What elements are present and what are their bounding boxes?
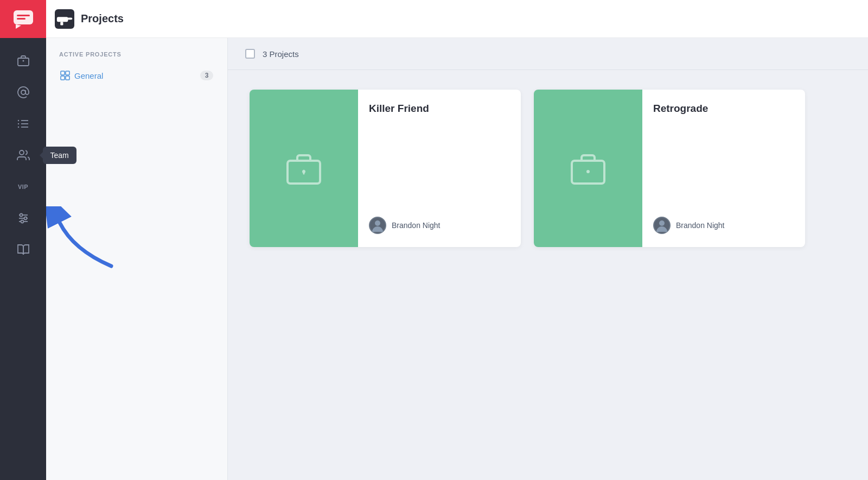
card-author-2: Brandon Night bbox=[653, 217, 794, 234]
sidebar-item-team[interactable]: Team bbox=[9, 141, 37, 169]
category-left: General bbox=[60, 71, 103, 80]
card-info-1: Killer Friend Brandon Night bbox=[358, 90, 521, 247]
sidebar-item-settings[interactable] bbox=[9, 204, 37, 232]
app-header: Projects bbox=[0, 0, 868, 38]
category-badge: 3 bbox=[200, 71, 213, 80]
author-name-1: Brandon Night bbox=[392, 221, 441, 230]
svg-point-21 bbox=[24, 217, 27, 220]
sidebar-item-docs[interactable] bbox=[9, 236, 37, 264]
svg-rect-7 bbox=[18, 58, 29, 66]
sidebar-item-vip[interactable]: VIP bbox=[9, 173, 37, 201]
sidebar-icons: Team VIP bbox=[0, 38, 46, 480]
weapon-icon bbox=[55, 9, 74, 29]
projects-sidebar: ACTIVE PROJECTS General 3 bbox=[46, 38, 228, 480]
vip-label: VIP bbox=[18, 184, 28, 190]
svg-marker-3 bbox=[16, 24, 21, 29]
svg-point-36 bbox=[659, 220, 665, 226]
card-title-1: Killer Friend bbox=[369, 103, 510, 115]
card-author-1: Brandon Night bbox=[369, 217, 510, 234]
svg-rect-2 bbox=[17, 18, 25, 20]
svg-point-22 bbox=[21, 220, 23, 223]
avatar-icon-1 bbox=[370, 218, 385, 233]
grid-icon bbox=[60, 71, 70, 80]
project-cards-grid: Killer Friend Brandon Night bbox=[228, 70, 868, 267]
svg-rect-27 bbox=[66, 76, 69, 80]
svg-point-9 bbox=[21, 90, 25, 94]
author-avatar-2 bbox=[653, 217, 671, 234]
svg-point-30 bbox=[302, 170, 305, 173]
content-header: 3 Projects bbox=[228, 38, 868, 70]
projects-header-icon bbox=[55, 9, 74, 29]
svg-rect-24 bbox=[61, 71, 65, 75]
svg-rect-5 bbox=[67, 17, 72, 20]
svg-point-20 bbox=[20, 214, 22, 217]
active-projects-label: ACTIVE PROJECTS bbox=[55, 51, 219, 58]
author-name-2: Brandon Night bbox=[676, 221, 725, 230]
briefcase-thumb-icon-2 bbox=[566, 147, 610, 190]
app-logo bbox=[0, 0, 46, 38]
card-thumbnail-1 bbox=[250, 90, 358, 247]
svg-rect-25 bbox=[66, 71, 69, 75]
card-thumbnail-2 bbox=[534, 90, 642, 247]
page-title: Projects bbox=[81, 12, 124, 25]
project-card-killer-friend[interactable]: Killer Friend Brandon Night bbox=[250, 90, 521, 247]
author-avatar-1 bbox=[369, 217, 386, 234]
avatar-icon-2 bbox=[654, 218, 669, 233]
sidebar-item-mentions[interactable] bbox=[9, 78, 37, 106]
category-label: General bbox=[74, 71, 103, 80]
card-title-2: Retrograde bbox=[653, 103, 794, 115]
svg-point-32 bbox=[375, 220, 380, 226]
svg-point-16 bbox=[20, 150, 24, 155]
project-count: 3 Projects bbox=[263, 49, 299, 59]
main-content: 3 Projects Killer Friend bbox=[228, 38, 868, 480]
svg-rect-0 bbox=[14, 10, 33, 24]
svg-rect-4 bbox=[57, 17, 68, 22]
briefcase-thumb-icon-1 bbox=[282, 147, 326, 190]
select-all-checkbox[interactable] bbox=[245, 49, 255, 59]
sidebar-item-projects[interactable] bbox=[9, 47, 37, 75]
card-info-2: Retrograde Brandon Night bbox=[642, 90, 805, 247]
svg-point-34 bbox=[586, 170, 590, 173]
svg-rect-6 bbox=[60, 22, 63, 25]
svg-rect-26 bbox=[61, 76, 65, 80]
sidebar-item-tasks[interactable] bbox=[9, 110, 37, 138]
svg-rect-1 bbox=[17, 15, 30, 16]
project-card-retrograde[interactable]: Retrograde Brandon Night bbox=[534, 90, 805, 247]
sidebar-category-general[interactable]: General 3 bbox=[55, 65, 219, 86]
logo-icon bbox=[11, 7, 35, 31]
